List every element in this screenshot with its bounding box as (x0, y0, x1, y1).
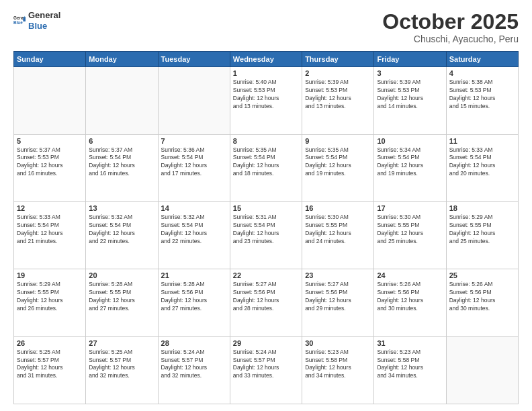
day-number: 28 (161, 339, 227, 347)
logo-icon: General Blue (13, 15, 26, 27)
table-row: 1Sunrise: 5:40 AM Sunset: 5:53 PM Daylig… (230, 67, 302, 134)
day-number: 9 (305, 137, 371, 145)
day-number: 3 (377, 69, 443, 77)
day-info: Sunrise: 5:26 AM Sunset: 5:56 PM Dayligh… (449, 281, 515, 313)
table-row: 18Sunrise: 5:29 AM Sunset: 5:55 PM Dayli… (446, 201, 518, 269)
day-number: 27 (89, 339, 154, 347)
day-info: Sunrise: 5:23 AM Sunset: 5:58 PM Dayligh… (305, 349, 371, 381)
day-info: Sunrise: 5:29 AM Sunset: 5:55 PM Dayligh… (449, 214, 515, 246)
calendar-header-row: Sunday Monday Tuesday Wednesday Thursday… (14, 52, 519, 67)
day-number: 26 (17, 339, 83, 347)
day-info: Sunrise: 5:27 AM Sunset: 5:56 PM Dayligh… (305, 281, 371, 313)
day-info: Sunrise: 5:27 AM Sunset: 5:56 PM Dayligh… (233, 281, 299, 313)
calendar-title: October 2025 (382, 10, 519, 34)
table-row: 16Sunrise: 5:30 AM Sunset: 5:55 PM Dayli… (302, 201, 374, 269)
day-info: Sunrise: 5:24 AM Sunset: 5:57 PM Dayligh… (161, 349, 227, 381)
day-info: Sunrise: 5:28 AM Sunset: 5:55 PM Dayligh… (89, 281, 154, 313)
header-tuesday: Tuesday (158, 52, 230, 67)
day-number: 21 (161, 271, 227, 279)
day-number: 17 (377, 204, 443, 212)
day-number: 20 (89, 271, 154, 279)
table-row: 13Sunrise: 5:32 AM Sunset: 5:54 PM Dayli… (86, 201, 158, 269)
calendar-subtitle: Chuschi, Ayacucho, Peru (382, 34, 519, 44)
day-info: Sunrise: 5:39 AM Sunset: 5:53 PM Dayligh… (305, 79, 371, 111)
calendar-week-row: 19Sunrise: 5:29 AM Sunset: 5:55 PM Dayli… (14, 269, 519, 336)
day-info: Sunrise: 5:23 AM Sunset: 5:58 PM Dayligh… (377, 349, 443, 381)
table-row: 25Sunrise: 5:26 AM Sunset: 5:56 PM Dayli… (446, 269, 518, 336)
table-row: 29Sunrise: 5:24 AM Sunset: 5:57 PM Dayli… (230, 336, 302, 404)
day-info: Sunrise: 5:34 AM Sunset: 5:54 PM Dayligh… (377, 146, 443, 179)
day-info: Sunrise: 5:28 AM Sunset: 5:56 PM Dayligh… (161, 281, 227, 313)
table-row: 27Sunrise: 5:25 AM Sunset: 5:57 PM Dayli… (86, 336, 158, 404)
day-number: 11 (449, 137, 515, 145)
table-row (158, 67, 230, 134)
table-row: 3Sunrise: 5:39 AM Sunset: 5:53 PM Daylig… (374, 67, 446, 134)
table-row: 21Sunrise: 5:28 AM Sunset: 5:56 PM Dayli… (158, 269, 230, 336)
table-row: 26Sunrise: 5:25 AM Sunset: 5:57 PM Dayli… (14, 336, 86, 404)
day-number: 31 (377, 339, 443, 347)
table-row: 7Sunrise: 5:36 AM Sunset: 5:54 PM Daylig… (158, 134, 230, 201)
day-info: Sunrise: 5:25 AM Sunset: 5:57 PM Dayligh… (17, 349, 83, 381)
calendar-table: Sunday Monday Tuesday Wednesday Thursday… (13, 51, 519, 404)
day-info: Sunrise: 5:25 AM Sunset: 5:57 PM Dayligh… (89, 349, 154, 381)
day-number: 18 (449, 204, 515, 212)
table-row: 15Sunrise: 5:31 AM Sunset: 5:54 PM Dayli… (230, 201, 302, 269)
day-number: 13 (89, 204, 154, 212)
table-row: 17Sunrise: 5:30 AM Sunset: 5:55 PM Dayli… (374, 201, 446, 269)
calendar-week-row: 12Sunrise: 5:33 AM Sunset: 5:54 PM Dayli… (14, 201, 519, 269)
day-number: 22 (233, 271, 299, 279)
day-info: Sunrise: 5:30 AM Sunset: 5:55 PM Dayligh… (377, 214, 443, 246)
day-info: Sunrise: 5:39 AM Sunset: 5:53 PM Dayligh… (377, 79, 443, 111)
header-monday: Monday (86, 52, 158, 67)
header-sunday: Sunday (14, 52, 86, 67)
header-thursday: Thursday (302, 52, 374, 67)
header-wednesday: Wednesday (230, 52, 302, 67)
table-row: 24Sunrise: 5:26 AM Sunset: 5:56 PM Dayli… (374, 269, 446, 336)
svg-text:Blue: Blue (13, 19, 23, 24)
day-number: 7 (161, 137, 227, 145)
day-info: Sunrise: 5:32 AM Sunset: 5:54 PM Dayligh… (89, 214, 154, 246)
day-number: 10 (377, 137, 443, 145)
day-number: 12 (17, 204, 83, 212)
table-row: 4Sunrise: 5:38 AM Sunset: 5:53 PM Daylig… (446, 67, 518, 134)
calendar-week-row: 1Sunrise: 5:40 AM Sunset: 5:53 PM Daylig… (14, 67, 519, 134)
table-row: 2Sunrise: 5:39 AM Sunset: 5:53 PM Daylig… (302, 67, 374, 134)
day-info: Sunrise: 5:33 AM Sunset: 5:54 PM Dayligh… (449, 146, 515, 179)
table-row (86, 67, 158, 134)
day-number: 15 (233, 204, 299, 212)
table-row: 28Sunrise: 5:24 AM Sunset: 5:57 PM Dayli… (158, 336, 230, 404)
day-number: 2 (305, 69, 371, 77)
day-number: 19 (17, 271, 83, 279)
day-info: Sunrise: 5:26 AM Sunset: 5:56 PM Dayligh… (377, 281, 443, 313)
day-number: 30 (305, 339, 371, 347)
header: General Blue General Blue October 2025 C… (13, 10, 519, 44)
day-info: Sunrise: 5:33 AM Sunset: 5:54 PM Dayligh… (17, 214, 83, 246)
day-number: 25 (449, 271, 515, 279)
day-info: Sunrise: 5:32 AM Sunset: 5:54 PM Dayligh… (161, 214, 227, 246)
table-row: 19Sunrise: 5:29 AM Sunset: 5:55 PM Dayli… (14, 269, 86, 336)
day-number: 5 (17, 137, 83, 145)
day-number: 4 (449, 69, 515, 77)
day-number: 23 (305, 271, 371, 279)
logo-line1: General (28, 10, 60, 21)
day-info: Sunrise: 5:38 AM Sunset: 5:53 PM Dayligh… (449, 79, 515, 111)
table-row: 10Sunrise: 5:34 AM Sunset: 5:54 PM Dayli… (374, 134, 446, 201)
table-row: 5Sunrise: 5:37 AM Sunset: 5:53 PM Daylig… (14, 134, 86, 201)
day-number: 24 (377, 271, 443, 279)
table-row: 20Sunrise: 5:28 AM Sunset: 5:55 PM Dayli… (86, 269, 158, 336)
table-row (14, 67, 86, 134)
day-info: Sunrise: 5:37 AM Sunset: 5:54 PM Dayligh… (89, 146, 154, 179)
table-row: 8Sunrise: 5:35 AM Sunset: 5:54 PM Daylig… (230, 134, 302, 201)
day-info: Sunrise: 5:35 AM Sunset: 5:54 PM Dayligh… (233, 146, 299, 179)
table-row: 6Sunrise: 5:37 AM Sunset: 5:54 PM Daylig… (86, 134, 158, 201)
header-saturday: Saturday (446, 52, 518, 67)
day-number: 8 (233, 137, 299, 145)
table-row: 11Sunrise: 5:33 AM Sunset: 5:54 PM Dayli… (446, 134, 518, 201)
logo: General Blue General Blue (13, 10, 60, 31)
svg-marker-2 (23, 17, 26, 21)
table-row (446, 336, 518, 404)
day-info: Sunrise: 5:37 AM Sunset: 5:53 PM Dayligh… (17, 146, 83, 179)
day-info: Sunrise: 5:35 AM Sunset: 5:54 PM Dayligh… (305, 146, 371, 179)
table-row: 30Sunrise: 5:23 AM Sunset: 5:58 PM Dayli… (302, 336, 374, 404)
day-number: 14 (161, 204, 227, 212)
